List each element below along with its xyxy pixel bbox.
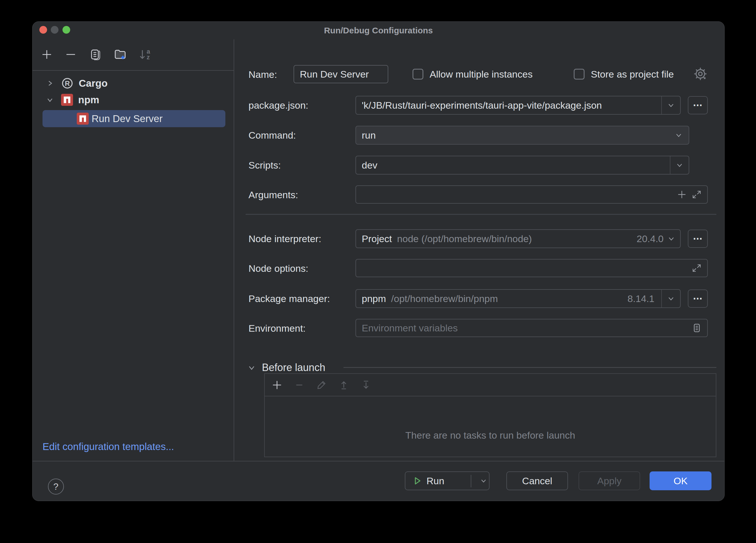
package-manager-version: 8.14.1	[627, 293, 654, 304]
package-manager-detail: /opt/homebrew/bin/pnpm	[391, 293, 498, 304]
run-debug-configurations-dialog: Run/Debug Configurations az	[32, 21, 725, 501]
tree-item-npm[interactable]: npm	[33, 92, 234, 108]
plus-icon	[677, 190, 687, 199]
package-json-value: 'k/JB/Rust/tauri-experiments/tauri-app-v…	[362, 100, 602, 111]
arguments-label: Arguments:	[248, 185, 298, 204]
environment-browse-button[interactable]	[692, 323, 702, 333]
node-interpreter-detail: node (/opt/homebrew/bin/node)	[397, 233, 532, 245]
package-json-browse-button[interactable]: ...	[688, 96, 708, 114]
environment-input[interactable]	[362, 322, 687, 334]
expand-icon	[692, 190, 702, 199]
tree-item-label: Cargo	[79, 78, 108, 89]
tasks-toolbar	[265, 374, 716, 396]
scripts-dropdown-button[interactable]	[670, 156, 689, 174]
before-launch-title: Before launch	[262, 362, 325, 373]
package-json-dropdown-button[interactable]	[661, 96, 680, 114]
titlebar: Run/Debug Configurations	[33, 22, 724, 39]
tree-item-run-dev-server-selected[interactable]: Run Dev Server	[43, 110, 225, 127]
apply-button[interactable]: Apply	[579, 471, 640, 490]
allow-multiple-instances-label: Allow multiple instances	[430, 65, 533, 83]
command-select[interactable]: run	[355, 126, 689, 145]
store-as-project-file-checkbox[interactable]	[574, 69, 585, 80]
add-configuration-button[interactable]	[40, 48, 54, 61]
plus-icon	[272, 379, 282, 390]
copy-configuration-button[interactable]	[88, 48, 102, 61]
name-label: Name:	[248, 65, 277, 84]
npm-icon	[77, 113, 89, 125]
chevron-down-icon	[667, 294, 675, 303]
run-button[interactable]: Run	[405, 471, 490, 490]
arguments-input[interactable]	[362, 189, 672, 200]
package-manager-label: Package manager:	[248, 289, 330, 308]
name-input[interactable]	[300, 69, 382, 80]
scripts-value: dev	[362, 160, 377, 171]
scripts-combobox[interactable]: dev	[355, 156, 689, 175]
package-json-combobox[interactable]: 'k/JB/Rust/tauri-experiments/tauri-app-v…	[355, 96, 681, 115]
ok-button-label: OK	[674, 475, 688, 486]
npm-icon	[61, 94, 73, 106]
chevron-down-icon[interactable]	[45, 96, 55, 104]
chevron-down-icon	[675, 161, 684, 170]
arguments-field-wrapper	[355, 185, 708, 204]
edit-task-button[interactable]	[316, 379, 328, 391]
environment-label: Environment:	[248, 319, 306, 338]
before-launch-rule	[343, 367, 716, 368]
package-manager-dropdown-button[interactable]	[661, 290, 680, 307]
remove-task-button[interactable]	[293, 379, 305, 391]
move-task-down-button[interactable]	[360, 379, 372, 391]
package-manager-combobox[interactable]: pnpm /opt/homebrew/bin/pnpm 8.14.1	[355, 289, 681, 308]
expand-icon	[692, 263, 702, 273]
cancel-button[interactable]: Cancel	[506, 471, 568, 490]
expand-arguments-button[interactable]	[692, 190, 702, 199]
environment-field-wrapper	[355, 319, 708, 337]
remove-configuration-button[interactable]	[64, 48, 78, 61]
add-argument-button[interactable]	[677, 190, 687, 199]
expand-node-options-button[interactable]	[692, 263, 702, 273]
allow-multiple-instances-checkbox[interactable]	[413, 69, 423, 80]
chevron-down-icon	[667, 101, 675, 110]
window-title: Run/Debug Configurations	[33, 26, 724, 35]
tree-item-cargo[interactable]: R Cargo	[33, 75, 234, 91]
add-task-button[interactable]	[271, 379, 283, 391]
package-json-label: package.json:	[248, 96, 308, 115]
move-task-up-button[interactable]	[338, 379, 350, 391]
node-options-input[interactable]	[362, 263, 687, 274]
variables-list-icon	[692, 323, 702, 333]
footer-separator	[33, 461, 724, 461]
node-interpreter-browse-button[interactable]: ...	[688, 230, 708, 248]
run-button-label: Run	[426, 475, 444, 486]
chevron-down-icon	[480, 477, 488, 485]
copy-icon	[89, 49, 101, 60]
tree-item-label: npm	[78, 94, 99, 106]
minus-icon	[65, 49, 76, 60]
edit-configuration-templates-link[interactable]: Edit configuration templates...	[43, 441, 174, 452]
before-launch-tasks-panel: There are no tasks to run before launch	[264, 373, 716, 457]
ok-button[interactable]: OK	[650, 471, 711, 490]
new-folder-icon	[114, 48, 126, 61]
scripts-label: Scripts:	[248, 156, 281, 175]
package-manager-browse-button[interactable]: ...	[688, 289, 708, 308]
package-manager-value: pnpm	[362, 293, 386, 304]
svg-text:R: R	[65, 80, 70, 87]
sort-configurations-button[interactable]: az	[138, 48, 151, 61]
new-folder-button[interactable]	[113, 48, 127, 61]
store-options-gear-button[interactable]	[694, 67, 707, 82]
tree-item-label: Run Dev Server	[92, 113, 163, 124]
pencil-icon	[316, 380, 327, 390]
node-interpreter-combobox[interactable]: Project node (/opt/homebrew/bin/node) 20…	[355, 229, 681, 248]
arrow-down-icon	[361, 380, 371, 390]
apply-button-label: Apply	[597, 475, 621, 486]
gear-icon	[694, 77, 707, 82]
chevron-down-icon	[667, 235, 676, 243]
help-button[interactable]: ?	[48, 479, 64, 494]
chevron-right-icon[interactable]	[45, 79, 55, 88]
before-launch-header[interactable]: Before launch	[247, 361, 325, 374]
toolbar-separator	[33, 70, 234, 71]
node-interpreter-value: Project	[362, 233, 392, 245]
node-interpreter-label: Node interpreter:	[248, 229, 321, 248]
command-value: run	[362, 130, 376, 141]
chevron-down-icon	[674, 131, 683, 140]
arrow-up-icon	[339, 380, 349, 390]
node-options-label: Node options:	[248, 259, 308, 278]
run-dropdown-button[interactable]	[477, 472, 490, 490]
